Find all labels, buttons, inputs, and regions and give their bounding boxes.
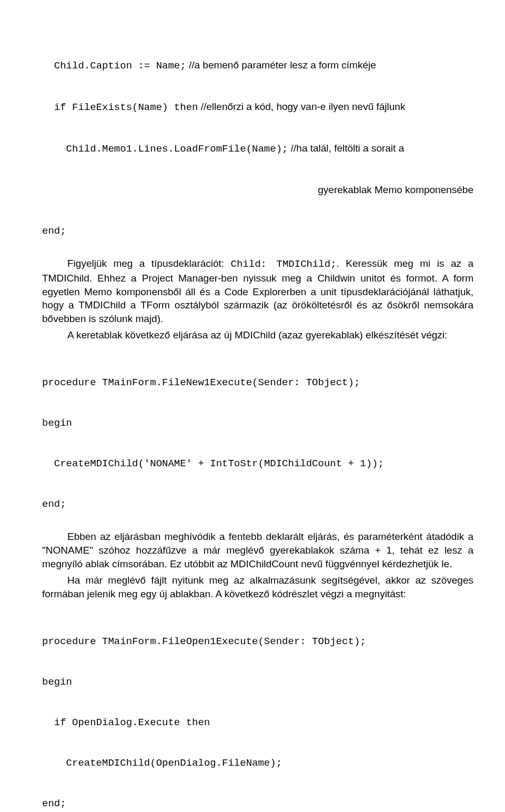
code-text: CreateMDIChild('NONAME' + IntToStr(MDICh…	[42, 457, 473, 471]
code-comment: //a bemenő paraméter lesz a form címkéje	[186, 59, 376, 71]
code-text: Child.Caption := Name;	[42, 60, 186, 72]
code-text: procedure TMainForm.FileOpen1Execute(Sen…	[42, 635, 473, 649]
code-text: end;	[42, 498, 473, 512]
body-text: Figyeljük meg a típusdeklarációt:	[67, 258, 231, 269]
code-text: procedure TMainForm.FileNew1Execute(Send…	[42, 376, 473, 390]
code-text: begin	[42, 417, 473, 430]
code-text: begin	[42, 676, 473, 689]
code-text: end;	[42, 225, 66, 237]
code-text: if OpenDialog.Execute then	[42, 716, 473, 730]
code-comment: gyerekablak Memo komponensébe	[318, 184, 473, 195]
code-text: end;	[42, 797, 473, 811]
paragraph: A keretablak következő eljárása az új MD…	[42, 328, 473, 342]
inline-code: Child: TMDIChild;	[231, 258, 337, 270]
code-text: CreateMDIChild(OpenDialog.FileName);	[42, 757, 473, 770]
code-text: if FileExists(Name) then	[42, 102, 198, 113]
paragraph: Ha már meglévő fájlt nyitunk meg az alka…	[42, 574, 473, 600]
code-comment: //ellenőrzi a kód, hogy van-e ilyen nevű…	[198, 101, 405, 112]
code-block-3: procedure TMainForm.FileOpen1Execute(Sen…	[42, 608, 473, 812]
paragraph: Figyeljük meg a típusdeklarációt: Child:…	[42, 257, 473, 325]
paragraph: Ebben az eljárásban meghívódik a fentebb…	[42, 530, 473, 570]
code-block-2: procedure TMainForm.FileNew1Execute(Send…	[42, 349, 473, 525]
code-text: Child.Memo1.Lines.LoadFromFile(Name);	[42, 143, 288, 155]
code-block-1: Child.Caption := Name; //a bemenő paramé…	[42, 32, 473, 252]
code-comment: //ha talál, feltölti a sorait a	[288, 143, 404, 154]
